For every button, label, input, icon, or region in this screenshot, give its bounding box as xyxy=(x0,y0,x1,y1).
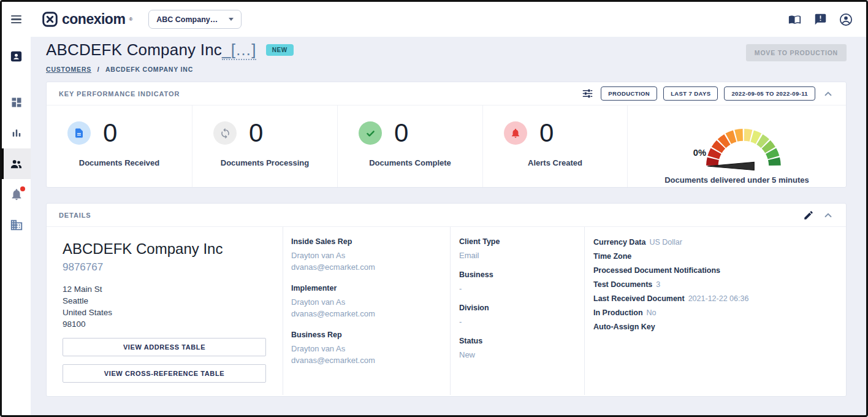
rep-name: Drayton van As xyxy=(291,250,444,261)
details-panel: DETAILS ABCDEFK Compa xyxy=(46,203,847,397)
meta-value: 3 xyxy=(656,280,660,289)
view-cross-reference-table-button[interactable]: VIEW CROSS-REFERENCE TABLE xyxy=(63,364,266,383)
rep-email: dvanas@ecmarket.com xyxy=(291,261,444,273)
alerts-created-label: Alerts Created xyxy=(483,158,627,167)
alerts-created-value: 0 xyxy=(539,120,554,146)
field-label: Division xyxy=(459,304,578,312)
account-icon[interactable] xyxy=(839,13,853,26)
sidebar-item-alerts[interactable] xyxy=(2,179,31,210)
meta-label: Last Received Document xyxy=(593,294,685,303)
documents-complete-label: Documents Complete xyxy=(338,158,482,167)
meta-column: Currency DataUS Dollar Time Zone Process… xyxy=(584,227,846,395)
document-icon xyxy=(67,121,91,145)
sync-icon xyxy=(213,121,237,145)
company-id: 9876767 xyxy=(63,261,266,274)
kpi-filter-settings-button[interactable] xyxy=(581,86,595,101)
field-label: Client Type xyxy=(459,237,578,246)
meta-value: No xyxy=(647,308,657,317)
people-icon xyxy=(9,157,23,171)
rep-name: Drayton van As xyxy=(291,296,444,308)
meta-value: US Dollar xyxy=(649,238,682,247)
kpi-panel-title: KEY PERFORMANCE INDICATOR xyxy=(59,90,180,98)
inside-sales-rep-group: Inside Sales Rep Drayton van As dvanas@e… xyxy=(291,237,444,273)
page-header: ABCDEFK Company Inc_[…] NEW MOVE TO PROD… xyxy=(46,40,847,73)
notification-dot xyxy=(20,186,25,191)
breadcrumb-separator: / xyxy=(97,66,100,73)
sidebar-item-reports[interactable] xyxy=(2,118,31,148)
kpi-filter-environment-button[interactable]: PRODUCTION xyxy=(601,86,657,101)
check-icon xyxy=(359,121,382,145)
stat-card-documents-received: 0 Documents Received xyxy=(47,105,192,187)
reps-column: Inside Sales Rep Drayton van As dvanas@e… xyxy=(283,227,450,395)
trademark-mark: ® xyxy=(129,17,132,22)
address-line: Seattle xyxy=(63,295,266,307)
stat-card-alerts-created: 0 Alerts Created xyxy=(482,105,627,187)
kpi-collapse-button[interactable] xyxy=(821,87,835,101)
brand-wordmark: conexiom xyxy=(62,11,125,28)
chevron-up-icon xyxy=(823,88,834,99)
page-title: ABCDEFK Company Inc_[…] xyxy=(46,40,256,59)
division-field: Division - xyxy=(459,304,578,327)
business-field: Business - xyxy=(459,270,578,294)
sidebar-item-customers[interactable] xyxy=(2,148,31,179)
rep-role-label: Business Rep xyxy=(291,331,444,339)
docs-book-icon[interactable] xyxy=(788,13,801,26)
hamburger-menu-button[interactable] xyxy=(2,15,31,23)
details-body: ABCDEFK Company Inc 9876767 12 Main St S… xyxy=(47,227,846,396)
chevron-up-icon xyxy=(823,210,834,221)
delivery-gauge-card: 0% Documents delivered under 5 minutes xyxy=(627,105,846,187)
gauge-label: Documents delivered under 5 minutes xyxy=(664,175,809,185)
auto-assign-key-row: Auto-Assign Key xyxy=(593,322,840,332)
meta-label: Auto-Assign Key xyxy=(593,323,655,331)
rep-role-label: Implementer xyxy=(291,284,444,293)
address-line: 12 Main St xyxy=(63,283,266,295)
documents-processing-label: Documents Processing xyxy=(192,158,337,167)
gauge-chart: 0% xyxy=(670,113,804,174)
field-value: Email xyxy=(459,250,578,261)
meta-label: Currency Data xyxy=(593,238,645,247)
field-value: New xyxy=(459,349,578,361)
documents-received-label: Documents Received xyxy=(47,158,192,167)
svg-text:0%: 0% xyxy=(693,148,706,158)
status-badge-new: NEW xyxy=(266,44,294,56)
documents-received-value: 0 xyxy=(103,120,117,146)
details-collapse-button[interactable] xyxy=(821,208,835,222)
move-to-production-button[interactable]: MOVE TO PRODUCTION xyxy=(746,44,847,61)
meta-value: 2021-12-22 06:36 xyxy=(688,294,749,303)
implementer-group: Implementer Drayton van As dvanas@ecmark… xyxy=(291,284,444,319)
title-truncation-link[interactable]: _[…] xyxy=(222,40,256,60)
organization-dropdown[interactable]: ABC Company… xyxy=(148,10,242,29)
feedback-icon[interactable] xyxy=(813,13,827,26)
client-type-field: Client Type Email xyxy=(459,237,578,261)
sidebar-item-company[interactable] xyxy=(2,210,31,240)
edit-details-button[interactable] xyxy=(802,208,815,222)
company-address: 12 Main St Seattle United States 98100 xyxy=(63,283,266,330)
organization-dropdown-value: ABC Company… xyxy=(156,15,218,24)
company-name: ABCDEFK Company Inc xyxy=(63,240,266,258)
building-icon xyxy=(10,218,23,232)
kpi-panel: KEY PERFORMANCE INDICATOR PRODUCTION LAS… xyxy=(46,82,847,188)
logo-x-box-icon xyxy=(42,11,58,28)
rep-email: dvanas@ecmarket.com xyxy=(291,354,444,366)
dashboard-icon xyxy=(10,96,23,109)
app-window: conexiom® ABC Company… xyxy=(0,0,868,417)
in-production-row: In ProductionNo xyxy=(593,308,840,318)
sidebar-item-dashboard[interactable] xyxy=(2,87,31,118)
kpi-filter-range-button[interactable]: LAST 7 DAYS xyxy=(663,86,718,101)
breadcrumb-customers-link[interactable]: CUSTOMERS xyxy=(46,66,91,73)
field-value: - xyxy=(459,316,578,327)
field-value: - xyxy=(459,283,578,294)
kpi-cards-row: 0 Documents Received 0 Documents Process… xyxy=(47,105,846,187)
view-address-table-button[interactable]: VIEW ADDRESS TABLE xyxy=(63,338,266,356)
sidebar-item-badge[interactable] xyxy=(2,40,31,71)
top-bar: conexiom® ABC Company… xyxy=(2,2,866,37)
breadcrumb-current: ABCDEFK COMPANY INC xyxy=(105,66,193,73)
rep-name: Drayton van As xyxy=(291,343,444,354)
meta-label: Processed Document Notifications xyxy=(593,266,720,275)
stat-card-documents-processing: 0 Documents Processing xyxy=(192,105,337,187)
kpi-filter-dates-button[interactable]: 2022-09-05 TO 2022-09-11 xyxy=(724,86,815,101)
business-rep-group: Business Rep Drayton van As dvanas@ecmar… xyxy=(291,331,444,366)
main-content: ABCDEFK Company Inc_[…] NEW MOVE TO PROD… xyxy=(31,37,866,415)
details-panel-title: DETAILS xyxy=(59,212,91,219)
hamburger-icon xyxy=(11,15,21,23)
